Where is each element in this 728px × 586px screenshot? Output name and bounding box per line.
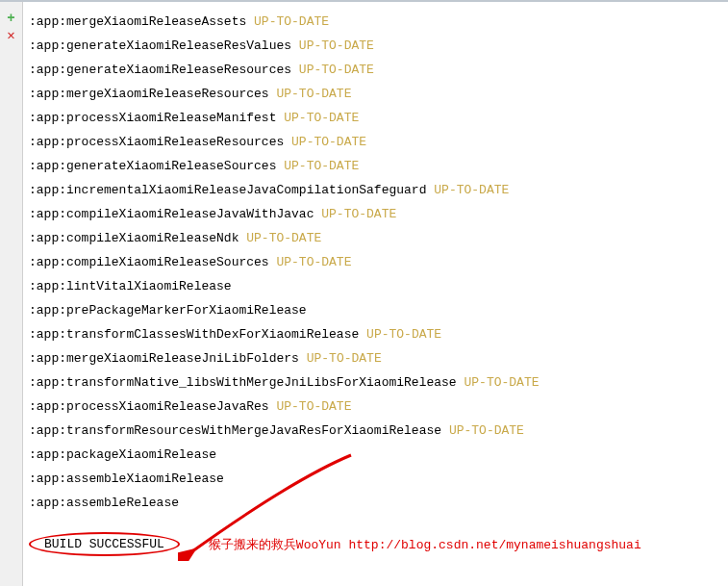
- build-result-row: BUILD SUCCESSFUL 猴子搬来的救兵WooYun http://bl…: [29, 532, 722, 556]
- task-name: :app:processXiaomiReleaseResources: [29, 135, 284, 149]
- console-line: :app:assembleRelease: [29, 491, 722, 515]
- task-status: UP-TO-DATE: [307, 351, 382, 366]
- task-status: UP-TO-DATE: [434, 183, 509, 197]
- console-line: :app:mergeXiaomiReleaseResources UP-TO-D…: [29, 82, 722, 106]
- console-line: :app:mergeXiaomiReleaseJniLibFolders UP-…: [29, 346, 722, 370]
- console-line: :app:packageXiaomiRelease: [29, 443, 722, 467]
- task-name: :app:transformNative_libsWithMergeJniLib…: [29, 375, 457, 390]
- task-name: :app:generateXiaomiReleaseResources: [29, 63, 291, 77]
- console-line: :app:processXiaomiReleaseResources UP-TO…: [29, 130, 722, 154]
- task-name: :app:lintVitalXiaomiRelease: [29, 279, 232, 293]
- console-line: :app:compileXiaomiReleaseSources UP-TO-D…: [29, 250, 722, 274]
- task-status: UP-TO-DATE: [321, 207, 396, 221]
- console-line: :app:compileXiaomiReleaseJavaWithJavac U…: [29, 202, 722, 226]
- task-name: :app:assembleRelease: [29, 496, 179, 510]
- task-name: :app:incrementalXiaomiReleaseJavaCompila…: [29, 183, 426, 197]
- task-name: :app:mergeXiaomiReleaseResources: [29, 87, 269, 101]
- console-line: :app:incrementalXiaomiReleaseJavaCompila…: [29, 178, 722, 202]
- console-line: :app:assembleXiaomiRelease: [29, 467, 722, 491]
- task-status: UP-TO-DATE: [449, 423, 524, 438]
- task-name: :app:mergeXiaomiReleaseJniLibFolders: [29, 351, 299, 366]
- task-name: :app:compileXiaomiReleaseSources: [29, 255, 269, 269]
- task-name: :app:prePackageMarkerForXiaomiRelease: [29, 303, 307, 318]
- console-line: :app:prePackageMarkerForXiaomiRelease: [29, 298, 722, 322]
- console-line: :app:processXiaomiReleaseManifest UP-TO-…: [29, 106, 722, 130]
- task-status: UP-TO-DATE: [291, 135, 366, 149]
- task-name: :app:processXiaomiReleaseManifest: [29, 111, 276, 125]
- task-name: :app:generateXiaomiReleaseSources: [29, 159, 276, 173]
- task-status: UP-TO-DATE: [366, 327, 441, 342]
- task-status: UP-TO-DATE: [464, 375, 540, 390]
- console-panel: + ✕ :app:mergeXiaomiReleaseAssets UP-TO-…: [0, 0, 728, 586]
- console-line: :app:generateXiaomiReleaseResValues UP-T…: [29, 34, 722, 58]
- task-name: :app:mergeXiaomiReleaseAssets: [29, 14, 246, 29]
- console-line: :app:lintVitalXiaomiRelease: [29, 274, 722, 298]
- console-line: :app:mergeXiaomiReleaseAssets UP-TO-DATE: [29, 10, 722, 34]
- console-line: :app:transformResourcesWithMergeJavaResF…: [29, 419, 722, 443]
- task-status: UP-TO-DATE: [246, 231, 321, 245]
- gutter: + ✕: [0, 2, 23, 586]
- console-line: :app:transformClassesWithDexForXiaomiRel…: [29, 322, 722, 346]
- task-name: :app:transformClassesWithDexForXiaomiRel…: [29, 327, 359, 342]
- task-status: UP-TO-DATE: [284, 159, 359, 173]
- build-successful-highlight: BUILD SUCCESSFUL: [29, 532, 180, 556]
- console-line: :app:transformNative_libsWithMergeJniLib…: [29, 370, 722, 395]
- task-status: UP-TO-DATE: [276, 399, 351, 414]
- task-status: UP-TO-DATE: [254, 14, 329, 29]
- task-status: UP-TO-DATE: [299, 38, 374, 53]
- console-output[interactable]: :app:mergeXiaomiReleaseAssets UP-TO-DATE…: [23, 2, 728, 586]
- close-icon[interactable]: ✕: [0, 27, 22, 44]
- task-status: UP-TO-DATE: [276, 255, 351, 269]
- task-status: UP-TO-DATE: [299, 63, 374, 77]
- watermark-text: 猴子搬来的救兵WooYun http://blog.csdn.net/mynam…: [209, 536, 641, 553]
- task-name: :app:processXiaomiReleaseJavaRes: [29, 399, 269, 414]
- task-status: UP-TO-DATE: [284, 111, 359, 125]
- task-name: :app:compileXiaomiReleaseJavaWithJavac: [29, 207, 314, 221]
- console-line: :app:generateXiaomiReleaseResources UP-T…: [29, 58, 722, 82]
- console-line: :app:compileXiaomiReleaseNdk UP-TO-DATE: [29, 226, 722, 250]
- task-status: UP-TO-DATE: [276, 87, 351, 101]
- task-name: :app:compileXiaomiReleaseNdk: [29, 231, 238, 245]
- add-icon[interactable]: +: [0, 10, 22, 27]
- console-line: :app:processXiaomiReleaseJavaRes UP-TO-D…: [29, 395, 722, 419]
- task-name: :app:transformResourcesWithMergeJavaResF…: [29, 423, 441, 438]
- console-line: :app:generateXiaomiReleaseSources UP-TO-…: [29, 154, 722, 178]
- task-name: :app:generateXiaomiReleaseResValues: [29, 38, 291, 53]
